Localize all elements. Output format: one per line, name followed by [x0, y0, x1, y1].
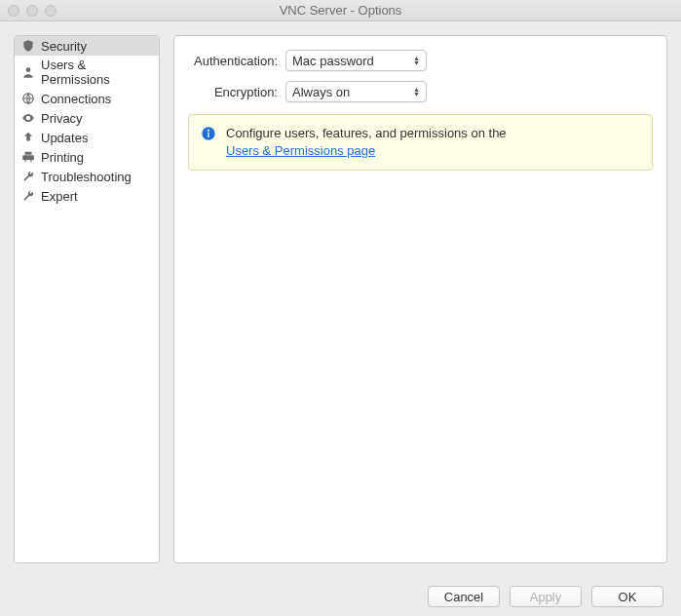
- sidebar-item-label: Printing: [41, 150, 84, 165]
- sidebar-item-troubleshooting[interactable]: Troubleshooting: [15, 167, 159, 186]
- sidebar-item-printing[interactable]: Printing: [15, 147, 159, 167]
- up-arrow-icon: [20, 130, 36, 145]
- sidebar-item-updates[interactable]: Updates: [15, 128, 159, 147]
- wrench-icon: [20, 169, 36, 184]
- info-message: Configure users, features, and permissio…: [226, 126, 507, 140]
- user-icon: [20, 64, 36, 80]
- shield-icon: [20, 38, 36, 54]
- sidebar-item-expert[interactable]: Expert: [15, 186, 159, 206]
- main-panel: Authentication: Mac password ▲▼ Encrypti…: [173, 35, 667, 563]
- printer-icon: [20, 149, 36, 165]
- window-controls: [8, 5, 57, 17]
- window-title: VNC Server - Options: [8, 3, 673, 18]
- users-permissions-link[interactable]: Users & Permissions page: [226, 143, 375, 158]
- chevron-up-down-icon: ▲▼: [413, 56, 420, 65]
- apply-button[interactable]: Apply: [510, 586, 582, 607]
- encryption-label: Encryption:: [188, 85, 285, 99]
- minimize-icon[interactable]: [26, 5, 38, 17]
- info-box: Configure users, features, and permissio…: [188, 114, 653, 171]
- encryption-select[interactable]: Always on ▲▼: [285, 81, 427, 102]
- eye-icon: [20, 110, 36, 126]
- sidebar-item-privacy[interactable]: Privacy: [15, 108, 159, 128]
- sidebar-item-label: Updates: [41, 131, 88, 145]
- svg-rect-4: [208, 133, 208, 137]
- sidebar-item-label: Privacy: [41, 111, 83, 126]
- titlebar: VNC Server - Options: [0, 0, 681, 21]
- content-area: Security Users & Permissions Connections…: [0, 21, 681, 577]
- authentication-label: Authentication:: [188, 54, 285, 68]
- chevron-up-down-icon: ▲▼: [413, 87, 420, 96]
- info-icon: [201, 126, 216, 141]
- authentication-row: Authentication: Mac password ▲▼: [188, 50, 653, 71]
- authentication-select[interactable]: Mac password ▲▼: [285, 50, 427, 71]
- globe-icon: [20, 91, 36, 106]
- sidebar-item-users-permissions[interactable]: Users & Permissions: [15, 56, 159, 89]
- footer: Cancel Apply OK: [0, 577, 681, 616]
- sidebar-item-label: Security: [41, 39, 87, 54]
- encryption-row: Encryption: Always on ▲▼: [188, 81, 653, 102]
- sidebar-item-label: Troubleshooting: [41, 170, 132, 184]
- sidebar: Security Users & Permissions Connections…: [14, 35, 160, 563]
- authentication-value: Mac password: [292, 54, 413, 68]
- info-text: Configure users, features, and permissio…: [226, 125, 507, 160]
- maximize-icon[interactable]: [45, 5, 57, 17]
- sidebar-item-label: Expert: [41, 189, 78, 204]
- svg-point-0: [26, 67, 31, 72]
- sidebar-item-label: Connections: [41, 92, 111, 106]
- wrench-icon: [20, 188, 36, 204]
- ok-button[interactable]: OK: [591, 586, 663, 607]
- cancel-button[interactable]: Cancel: [428, 586, 500, 607]
- sidebar-item-connections[interactable]: Connections: [15, 89, 159, 108]
- close-icon[interactable]: [8, 5, 19, 17]
- encryption-value: Always on: [292, 85, 413, 99]
- sidebar-item-security[interactable]: Security: [15, 36, 159, 56]
- sidebar-item-label: Users & Permissions: [41, 58, 153, 87]
- svg-point-3: [208, 130, 209, 132]
